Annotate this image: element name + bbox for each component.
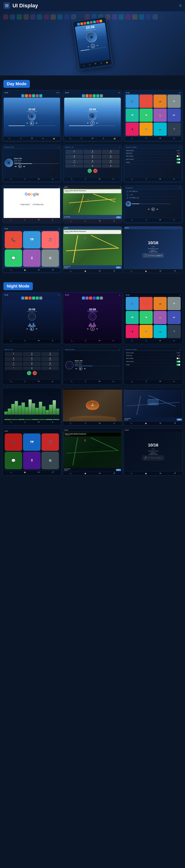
google-nav-settings[interactable]: ⚙ [51,219,54,221]
dial-hash[interactable]: # [102,164,120,167]
night-cp-play[interactable]: ▶ [159,457,160,459]
nm-nav-settings[interactable]: ⚙ [51,340,54,342]
dial-7[interactable]: 7PQRS [65,159,83,164]
map-nav-map[interactable]: 🗺 [98,220,101,222]
nbtm-nav-phone[interactable]: 📞 [70,380,74,383]
carplay-settings-icon[interactable]: ⚙ [42,249,59,267]
settings-nav-map[interactable]: 🗺 [158,178,162,181]
ncpn-nav-phone[interactable]: 📞 [69,472,73,475]
ncpp-nav-phone[interactable]: 📞 [130,472,133,475]
cpp-nav-siri[interactable]: 🎤 [173,270,177,272]
auto-answer-toggle[interactable] [177,155,180,157]
settings-nav-music[interactable]: 🎵 [144,178,148,181]
night-dial-3[interactable]: 3DEF [41,352,59,356]
ncall-nav-phone[interactable]: 📞 [9,380,13,383]
night-dial-8[interactable]: 8TUV [23,362,41,366]
home-nav-map[interactable]: 🗺 [158,137,162,140]
night-call-btn[interactable]: 📞 [27,371,31,375]
nav-settings[interactable]: ⚙ [41,137,45,140]
cp-nav-siri[interactable]: 🎤 [51,269,54,271]
call-btn[interactable]: 📞 [87,169,92,173]
night-next2[interactable]: ⏭ [96,327,99,330]
social-nav-settings[interactable]: ⚙ [172,219,176,221]
nbts-nav-phone[interactable]: 📞 [131,380,134,383]
call-nav-music[interactable]: 🎵 [84,178,87,181]
night-power-toggle[interactable] [177,364,180,366]
cpn-nav-home[interactable]: 🏠 [84,270,87,272]
bt-play[interactable]: ▶ [18,164,22,168]
neq-nav-settings[interactable]: ⚙ [51,421,54,424]
cpn-nav-map[interactable]: 🗺 [98,270,101,272]
night-bt-next[interactable]: ⏭ [83,367,86,370]
night-dial-5[interactable]: 5JKL [23,357,41,361]
nav-settings2[interactable]: ⚙ [102,137,105,140]
dial-2[interactable]: 2ABC [84,150,101,154]
nbts-nav-settings[interactable]: ⚙ [172,380,176,383]
call-nav-map[interactable]: 🗺 [98,178,101,181]
night-dial-1[interactable]: 1 [5,352,23,356]
nnav-nav-map[interactable]: 🗺 [159,422,162,425]
night-dial-9[interactable]: 9WXYZ [41,362,59,366]
map-nav-settings[interactable]: ⚙ [112,220,116,222]
map-nav-phone[interactable]: 📞 [69,220,73,222]
night-prev1[interactable]: ⏮ [26,327,29,330]
nbts-nav-map[interactable]: 🗺 [158,380,162,383]
cpn-nav-siri[interactable]: 🎤 [112,270,116,272]
cpp-nav-map[interactable]: 🗺 [159,270,162,272]
menu-icon[interactable] [3,2,10,9]
go-button[interactable]: GO [116,216,121,218]
nhome-nav-settings[interactable]: ⚙ [172,340,176,342]
social-nav-phone[interactable]: 📞 [131,219,134,221]
cpp-nav-home[interactable]: 🏠 [144,270,148,272]
music-list-item-3[interactable]: 华年_对界面_3.mp3 [129,197,139,199]
night-carplay-go[interactable]: GO [116,469,121,471]
carplay-go-btn[interactable]: GO [116,267,121,269]
cp-nav-home[interactable]: 🏠 [23,269,27,271]
next-btn[interactable]: ⏭ [35,122,38,125]
cp-play-btn[interactable]: ▶ [159,254,160,256]
dial-3[interactable]: 3DEF [102,150,120,154]
ncall-nav-map[interactable]: 🗺 [37,380,41,383]
dial-6[interactable]: 6MNO [102,155,120,159]
next-btn2[interactable]: ⏭ [96,122,99,125]
neq-nav-map[interactable]: 🗺 [37,421,41,424]
social-next[interactable]: ⏭ [156,208,159,211]
nm2-nav-map[interactable]: 🗺 [98,340,101,342]
nvid-nav-music[interactable]: 🎵 [84,422,87,425]
google-nav-phone[interactable]: 📞 [9,219,13,221]
close-icon-social[interactable]: ✕ [180,187,181,189]
dial-0[interactable]: 0 [84,164,101,167]
night-carplay-set[interactable]: ⚙ [42,452,59,469]
night-dial-0[interactable]: 0 [23,367,41,370]
ncall-nav-settings[interactable]: ⚙ [51,380,54,383]
nm-nav-map[interactable]: 🗺 [37,340,41,342]
nav-music2[interactable]: 🎵 [80,137,83,140]
nbtm-nav-map[interactable]: 🗺 [98,380,101,383]
auto-connect-toggle[interactable] [177,158,180,160]
settings-nav-phone[interactable]: 📞 [131,178,134,181]
prev-btn[interactable]: ⏮ [26,122,29,125]
neq-nav-music[interactable]: 🎵 [23,421,27,424]
ncpp-nav-map[interactable]: 🗺 [159,472,162,475]
night-auto-answer-toggle[interactable] [177,358,180,359]
prev-btn2[interactable]: ⏮ [86,122,89,125]
nav-music[interactable]: 🎵 [19,137,23,140]
nhome-nav-map[interactable]: 🗺 [158,340,162,342]
ncp-nav-phone[interactable]: 📞 [9,471,13,474]
music-list-item-1[interactable]: 华年_对界面.mp3 [129,191,138,192]
pause-btn2[interactable]: ⏸ [90,121,95,125]
night-dial-6[interactable]: 6MNO [41,357,59,361]
cp-nav-map[interactable]: 🗺 [37,269,41,271]
night-go-btn[interactable]: GO [177,418,182,421]
dial-1[interactable]: 1 [65,150,83,154]
close-night-settings[interactable]: ✕ [180,349,181,350]
dial-5[interactable]: 5JKL [84,155,101,159]
night-auto-connect-toggle[interactable] [177,361,180,363]
close-night-call[interactable]: ✕ [58,349,59,350]
dial-4[interactable]: 4GHI [65,155,83,159]
end-call-btn[interactable]: 📵 [93,169,98,173]
nvid-nav-settings[interactable]: ⚙ [112,422,116,425]
call-nav-settings[interactable]: ⚙ [111,178,115,181]
nbts-nav-music[interactable]: 🎵 [144,380,148,383]
social-prev[interactable]: ⏮ [147,208,150,211]
